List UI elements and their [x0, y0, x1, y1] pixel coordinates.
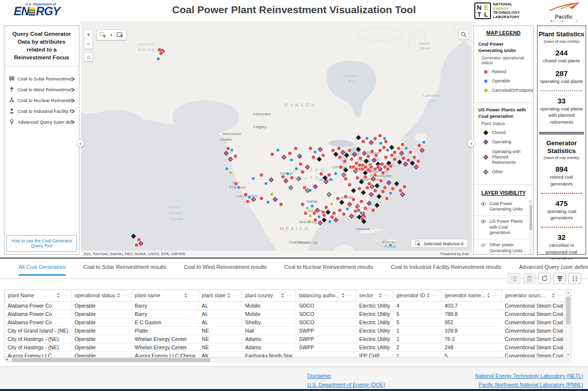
map-marker-retired[interactable]	[389, 164, 392, 168]
map-marker-retired[interactable]	[380, 162, 384, 166]
map-marker-retired[interactable]	[330, 215, 334, 219]
map-marker-canceled[interactable]	[270, 193, 273, 196]
column-header[interactable]: plant Name···	[5, 290, 72, 301]
map-marker-operable[interactable]	[295, 167, 298, 170]
map-marker-retired[interactable]	[370, 150, 374, 153]
map-marker-retired[interactable]	[384, 140, 388, 143]
map-marker-retired[interactable]	[407, 158, 410, 162]
scroll-left-icon[interactable]: ◄	[5, 358, 8, 361]
tab-coal-to-industrial-facility-reinvestment-results[interactable]: Coal to Industrial Facility Reinvestment…	[391, 264, 502, 276]
tab-coal-to-nuclear-reinvestment-results[interactable]: Coal to Nuclear Reinvestment results	[284, 264, 373, 276]
map-marker-retired[interactable]	[367, 168, 370, 172]
sort-icon[interactable]	[117, 293, 120, 298]
query-item[interactable]: Coal to Wind Reinvestment >	[4, 84, 79, 95]
map-marker-retired[interactable]	[391, 187, 394, 190]
map-marker-operable[interactable]	[248, 196, 251, 199]
table-row[interactable]: Alabama Power CoOperableBarryALMobileSOC…	[5, 301, 572, 310]
map-marker-retired[interactable]	[234, 182, 238, 185]
map-marker-retired[interactable]	[376, 165, 380, 169]
sort-icon[interactable]	[487, 293, 490, 298]
map-marker-retired[interactable]	[270, 153, 274, 156]
map-search-button[interactable]	[459, 29, 469, 40]
tab-all-coal-generators[interactable]: All Coal Generators	[19, 264, 66, 276]
map-marker-operable[interactable]	[237, 186, 240, 189]
column-menu-icon[interactable]: ···	[346, 293, 353, 298]
map-marker-retired[interactable]	[364, 175, 367, 179]
map-marker-retired[interactable]	[371, 209, 375, 212]
table-row[interactable]: City of Hastings - (NE)OperableWhelan En…	[5, 335, 572, 343]
column-menu-icon[interactable]: ···	[232, 293, 239, 298]
sort-icon[interactable]	[57, 293, 60, 298]
map-marker-retired[interactable]	[417, 144, 421, 147]
column-header[interactable]: generator ID···	[393, 290, 441, 301]
map-marker-operable[interactable]	[389, 244, 392, 247]
map-marker-retired[interactable]	[226, 147, 230, 150]
map-marker-retired[interactable]	[403, 185, 406, 188]
layer-toggle-item[interactable]: US Power Plants with Coal generation	[474, 216, 533, 239]
table-horizontal-scrollbar[interactable]: ◄	[4, 358, 571, 363]
disclaimer-link[interactable]: Disclaimer	[307, 373, 385, 379]
map-marker-operable[interactable]	[157, 57, 160, 60]
map-marker-retired[interactable]	[364, 207, 367, 210]
column-menu-icon[interactable]: ···	[189, 293, 196, 298]
map-marker-retired[interactable]	[339, 165, 343, 169]
select-tool-caret[interactable]: ▾	[109, 33, 114, 37]
scroll-up-icon[interactable]: ▲	[565, 291, 571, 294]
map-marker-canceled[interactable]	[308, 220, 311, 223]
map-marker-operable[interactable]	[329, 178, 332, 181]
map-marker-retired[interactable]	[397, 147, 400, 150]
drag-select-tool[interactable]	[97, 30, 109, 40]
query-item[interactable]: Coal to Solar Reinvestment >	[4, 73, 79, 84]
chevron-right-icon[interactable]: >	[72, 96, 74, 104]
map-marker-operable[interactable]	[389, 192, 392, 195]
eye-visible-icon[interactable]	[480, 219, 487, 224]
map-marker-retired[interactable]	[366, 186, 369, 189]
map-marker-retired[interactable]	[246, 200, 249, 203]
legend-scrollbar[interactable]: ▲	[529, 199, 533, 255]
map-marker-retired[interactable]	[137, 238, 141, 241]
map-marker-retired[interactable]	[279, 203, 283, 206]
map-marker-operable[interactable]	[334, 172, 337, 175]
map-marker-retired[interactable]	[313, 211, 316, 215]
map-marker-retired[interactable]	[367, 155, 370, 158]
map-canvas[interactable]: UNITEDSTATESDavisStraitHudsonBayLabrador…	[81, 22, 472, 258]
eye-visible-icon[interactable]	[480, 202, 487, 206]
map-marker-retired[interactable]	[409, 151, 412, 154]
sort-icon[interactable]	[427, 293, 430, 298]
toggle-columns-button[interactable]	[568, 273, 581, 284]
map-marker-operable[interactable]	[366, 137, 368, 140]
map-marker-retired[interactable]	[324, 206, 328, 209]
map-marker-retired[interactable]	[373, 189, 377, 192]
map-marker-operable[interactable]	[328, 220, 331, 223]
column-header[interactable]: plant name···	[132, 290, 199, 301]
map-marker-operable[interactable]	[252, 177, 255, 180]
show-selection-button[interactable]	[508, 273, 520, 284]
map-marker-retired[interactable]	[135, 243, 138, 247]
selected-features-button[interactable]: Selected features:0	[411, 239, 468, 248]
map-marker-retired[interactable]	[355, 205, 359, 209]
layer-toggle-item[interactable]: Coal Power Generating Units	[474, 198, 533, 216]
map-marker-retired[interactable]	[327, 173, 331, 177]
table-row[interactable]: City of Grand Island - (NE)OperablePlatt…	[5, 326, 572, 335]
query-item[interactable]: Coal to Industrial Facility Rei... >	[4, 105, 79, 116]
sort-records-button[interactable]	[553, 273, 566, 284]
map-marker-retired[interactable]	[344, 195, 347, 198]
tab-coal-to-solar-reinvestment-results[interactable]: Coal to Solar Reinvestment results	[83, 264, 166, 276]
map-marker-retired[interactable]	[359, 156, 362, 160]
map-marker-operable[interactable]	[311, 205, 314, 208]
map-marker-retired[interactable]	[294, 147, 297, 150]
sort-icon[interactable]	[281, 293, 284, 298]
map-marker-retired[interactable]	[379, 179, 383, 182]
map-marker-operable[interactable]	[225, 167, 228, 170]
map-marker-retired[interactable]	[301, 170, 304, 174]
map-marker-canceled[interactable]	[306, 207, 309, 209]
map-marker-retired[interactable]	[332, 211, 336, 215]
map-marker-retired[interactable]	[393, 157, 396, 161]
map-marker-retired[interactable]	[337, 147, 341, 150]
map-marker-retired[interactable]	[362, 140, 365, 143]
map-marker-retired[interactable]	[393, 151, 396, 154]
column-header[interactable]: sector···	[356, 290, 393, 301]
map-marker-retired[interactable]	[244, 193, 247, 196]
scroll-down-icon[interactable]: ▼	[565, 353, 571, 356]
map-marker-retired[interactable]	[356, 176, 359, 180]
